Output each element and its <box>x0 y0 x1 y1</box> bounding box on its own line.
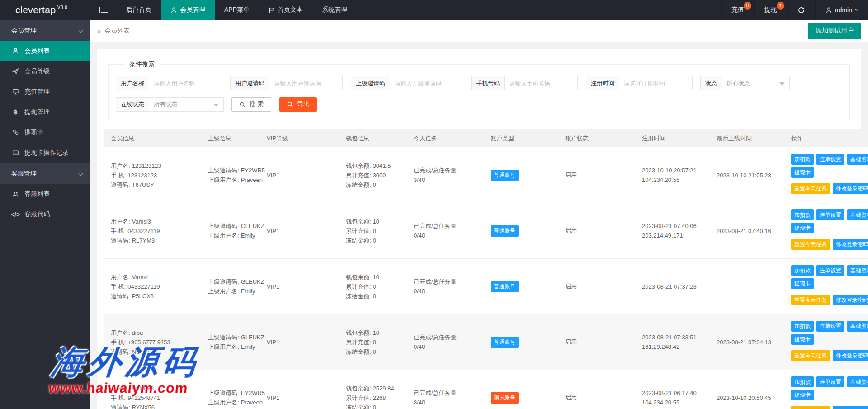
dropdown-arrow-icon <box>779 82 785 86</box>
member-username: Vamsi3 <box>132 218 151 225</box>
sidebar-item-member-level[interactable]: 会员等级 <box>0 61 90 81</box>
vip-level-cell: VIP1 <box>260 259 339 314</box>
username-input[interactable] <box>149 76 222 90</box>
member-invite-code: RL7YM3 <box>132 237 155 244</box>
refresh-icon <box>797 6 805 14</box>
reset-task-button[interactable]: 重置今天任务 <box>791 406 830 409</box>
combo-settings-button[interactable]: 连单设置 <box>816 154 844 165</box>
dropdown-arrow-icon <box>213 104 219 107</box>
sidebar-item-withdraw-card-log[interactable]: 提现卡操作记录 <box>0 143 90 163</box>
account-status-cell: 启用 <box>558 314 635 370</box>
refresh-button[interactable] <box>787 0 815 20</box>
phone-input[interactable] <box>505 76 578 90</box>
member-username: Wd0038 <box>132 385 154 392</box>
col-register-time: 注册时间 <box>635 129 710 147</box>
sidebar-item-withdraw-card[interactable]: 提现卡 <box>0 122 90 143</box>
basic-profile-button[interactable]: 基础资料 <box>847 154 868 165</box>
add-deduct-button[interactable]: 加扣款 <box>791 209 814 220</box>
export-button[interactable]: 导出 <box>279 97 317 112</box>
basic-profile-button[interactable]: 基础资料 <box>847 376 868 387</box>
add-deduct-button[interactable]: 加扣款 <box>791 154 814 165</box>
account-status-cell: 启用 <box>558 259 635 314</box>
frozen-amount: 0 <box>373 348 376 355</box>
list-card-icon <box>11 149 19 156</box>
table-row: 用户名:Vamsl 手 机:0433227119 邀请码:P5LCX8 上级邀请… <box>104 259 868 314</box>
sidebar: 会员管理 会员列表 会员等级 充值管理 ฿ 提现管理 提现卡 提现卡操作记录 客… <box>0 20 90 409</box>
register-time: 2023-08-21 07:40:06 <box>642 221 703 231</box>
parent-username: Praveen <box>241 176 263 183</box>
username: admin <box>835 6 852 14</box>
account-type-cell: 普通账号 <box>484 314 558 370</box>
change-password-button[interactable]: 修改登录密码 <box>833 406 868 409</box>
add-deduct-button[interactable]: 加扣款 <box>791 265 814 276</box>
parent-invite-field-group: 上级邀请码 <box>351 76 463 90</box>
collapse-sidebar-button[interactable] <box>90 0 117 20</box>
topnav-member-management[interactable]: 会员管理 <box>161 0 215 20</box>
combo-settings-button[interactable]: 连单设置 <box>816 265 844 276</box>
user-menu[interactable]: admin <box>815 0 868 20</box>
parent-info-cell: 上级邀请码:GLEUKZ 上级用户名:Emily <box>201 203 260 259</box>
parent-invite-code: GLEUKZ <box>241 278 264 285</box>
member-info-cell: 用户名:Vamsl 手 机:0433227119 邀请码:P5LCX8 <box>104 259 201 314</box>
withdraw-notice-button[interactable]: 提现 1 <box>754 0 787 20</box>
withdraw-card-button[interactable]: 提现卡 <box>791 390 814 400</box>
member-invite-code: RYNX56 <box>132 404 155 409</box>
change-password-button[interactable]: 修改登录密码 <box>833 350 868 361</box>
register-time-input[interactable] <box>619 76 693 90</box>
sidebar-item-member-list[interactable]: 会员列表 <box>0 41 90 61</box>
reset-task-button[interactable]: 重置今天任务 <box>791 183 830 194</box>
status-label: 状态 <box>700 76 722 90</box>
last-online-cell: 2023-10-10 21:05:28 <box>710 147 784 203</box>
sidebar-item-service-list[interactable]: 客服列表 <box>0 184 90 204</box>
basic-profile-button[interactable]: 基础资料 <box>847 321 868 332</box>
topnav-app-menu[interactable]: APP菜单 <box>215 0 259 20</box>
breadcrumb-bar: » 会员列表 添加测试用户 <box>90 20 868 42</box>
withdraw-card-button[interactable]: 提现卡 <box>791 278 814 289</box>
parent-info-cell: 上级邀请码:GLEUKZ 上级用户名:Emily <box>201 314 260 370</box>
reset-task-button[interactable]: 重置今天任务 <box>791 239 830 250</box>
parent-username: Emily <box>241 232 255 239</box>
user-invite-input[interactable] <box>269 76 343 90</box>
topnav-system[interactable]: 系统管理 <box>312 0 357 20</box>
basic-profile-button[interactable]: 基础资料 <box>847 265 868 276</box>
add-deduct-button[interactable]: 加扣款 <box>791 376 814 387</box>
sidebar-group-member-management[interactable]: 会员管理 <box>0 20 90 41</box>
add-deduct-button[interactable]: 加扣款 <box>791 321 814 332</box>
account-status-cell: 启用 <box>558 203 635 259</box>
reset-task-button[interactable]: 重置今天任务 <box>791 350 830 361</box>
sidebar-item-withdraw-management[interactable]: ฿ 提现管理 <box>0 102 90 122</box>
combo-settings-button[interactable]: 连单设置 <box>816 209 844 220</box>
online-status-select[interactable]: 所有状态 <box>149 97 224 112</box>
withdraw-card-button[interactable]: 提现卡 <box>791 223 814 233</box>
search-button[interactable]: 搜 索 <box>231 97 271 112</box>
chevron-down-icon <box>79 171 83 176</box>
account-type-badge: 测试账号 <box>491 392 519 404</box>
sidebar-item-recharge-management[interactable]: 充值管理 <box>0 81 90 102</box>
total-recharge: 3000 <box>373 172 386 179</box>
reset-task-button[interactable]: 重置今天任务 <box>791 295 830 305</box>
member-invite-code: T67USY <box>132 181 154 188</box>
parent-username: Emily <box>241 343 255 350</box>
parent-invite-input[interactable] <box>390 76 463 90</box>
withdraw-card-button[interactable]: 提现卡 <box>791 167 814 178</box>
parent-info-cell: 上级邀请码:EY2WR5 上级用户名:Praveen <box>201 147 260 203</box>
basic-profile-button[interactable]: 基础资料 <box>847 209 868 220</box>
change-password-button[interactable]: 修改登录密码 <box>833 239 868 250</box>
topbar: clevertap V3.0 后台首页 会员管理 APP菜单 首页文本 系统管理… <box>0 0 868 20</box>
parent-info-cell: 上级邀请码:EY2WR5 上级用户名:Praveen <box>201 370 260 409</box>
change-password-button[interactable]: 修改登录密码 <box>833 183 868 194</box>
combo-settings-button[interactable]: 连单设置 <box>816 321 844 332</box>
vip-level-cell: VIP1 <box>260 314 339 370</box>
member-table-body: 用户名:123123123 手 机:123123123 邀请码:T67USY 上… <box>104 147 868 409</box>
withdraw-card-button[interactable]: 提现卡 <box>791 334 814 345</box>
register-time-cell: 2023-08-21 07:40:06 203.214.49.171 <box>635 203 710 259</box>
status-select[interactable]: 所有状态 <box>722 76 790 90</box>
sidebar-item-service-code[interactable]: </> 客服代码 <box>0 204 90 224</box>
change-password-button[interactable]: 修改登录密码 <box>833 295 868 305</box>
recharge-notice-button[interactable]: 充值 0 <box>721 0 754 20</box>
sidebar-group-service-management[interactable]: 客服管理 <box>0 163 90 184</box>
topnav-home-text[interactable]: 首页文本 <box>259 0 312 20</box>
topnav-dashboard[interactable]: 后台首页 <box>117 0 161 20</box>
add-test-user-button[interactable]: 添加测试用户 <box>808 23 861 39</box>
combo-settings-button[interactable]: 连单设置 <box>816 376 844 387</box>
